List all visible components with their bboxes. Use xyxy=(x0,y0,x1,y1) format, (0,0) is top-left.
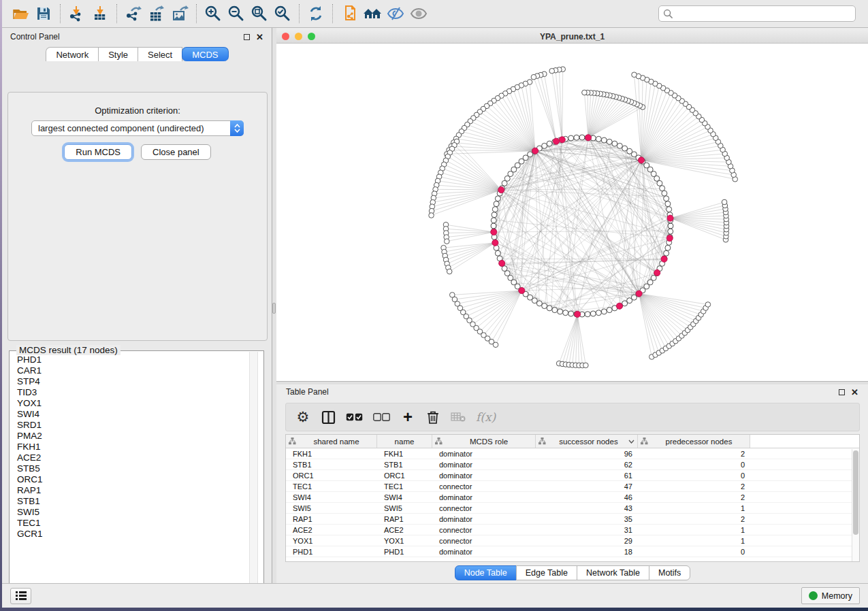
table-cell: YOX1 xyxy=(377,535,432,546)
column-header-name[interactable]: name xyxy=(377,435,432,448)
close-panel-icon[interactable]: ✕ xyxy=(256,34,263,40)
tab-select[interactable]: Select xyxy=(138,47,182,61)
selected-option-text: largest connected component (undirected) xyxy=(32,123,230,133)
zoom-selected-icon[interactable] xyxy=(271,2,294,25)
table-row[interactable]: PHD1PHD1dominator180 xyxy=(286,546,859,557)
mcds-result-box: MCDS result (17 nodes) PHD1CAR1STP4TID3Y… xyxy=(9,350,264,598)
status-bar: Memory xyxy=(2,583,868,608)
add-column-icon[interactable]: + xyxy=(400,408,415,426)
column-header-predecessor-nodes[interactable]: predecessor nodes xyxy=(638,435,750,448)
control-panel-title: Control Panel xyxy=(10,32,60,42)
table-cell: SWI5 xyxy=(286,503,377,513)
zoom-in-icon[interactable] xyxy=(202,2,225,25)
optimization-criterion-select[interactable]: largest connected component (undirected) xyxy=(31,120,244,136)
float-panel-icon[interactable] xyxy=(244,34,250,40)
table-row[interactable]: YOX1YOX1connector291 xyxy=(286,535,859,546)
mcds-node-item[interactable]: STP4 xyxy=(17,376,263,387)
mcds-node-item[interactable]: SRD1 xyxy=(17,420,263,431)
table-cell: connector xyxy=(432,525,536,535)
mcds-list-scrollbar[interactable] xyxy=(249,352,258,597)
mcds-node-item[interactable]: ACE2 xyxy=(17,452,263,463)
task-history-button[interactable] xyxy=(10,588,31,604)
import-network-icon[interactable] xyxy=(65,2,89,25)
application-window: Control Panel ✕ Network Style Select MCD… xyxy=(2,0,868,608)
mcds-node-item[interactable]: FKH1 xyxy=(17,442,263,452)
table-cell: 2 xyxy=(638,481,750,491)
tab-node-table[interactable]: Node Table xyxy=(455,565,517,580)
column-header-mcds-role[interactable]: MCDS role xyxy=(432,435,536,448)
mcds-node-item[interactable]: YOX1 xyxy=(17,398,263,409)
zoom-fit-icon[interactable] xyxy=(248,2,271,25)
right-column: YPA_prune.txt_1 Table Panel ✕ ⚙ xyxy=(276,28,868,583)
deselect-all-icon[interactable] xyxy=(373,408,390,426)
splitter-handle[interactable] xyxy=(272,303,276,314)
table-cell: 18 xyxy=(536,546,638,557)
search-input[interactable] xyxy=(677,9,851,18)
table-cell: ORC1 xyxy=(286,470,377,480)
save-session-icon[interactable] xyxy=(32,2,55,25)
mcds-node-item[interactable]: CAR1 xyxy=(17,365,263,376)
column-header-shared-name[interactable]: shared name xyxy=(286,435,377,448)
table-cell: 61 xyxy=(536,470,638,480)
tab-edge-table[interactable]: Edge Table xyxy=(516,565,577,580)
export-network-icon[interactable] xyxy=(122,2,145,25)
delete-column-icon[interactable] xyxy=(425,408,440,426)
mcds-node-item[interactable]: TID3 xyxy=(17,387,263,398)
show-eye-icon[interactable] xyxy=(407,2,430,25)
close-panel-button[interactable]: Close panel xyxy=(141,144,211,160)
memory-button[interactable]: Memory xyxy=(801,587,860,604)
home-icon[interactable] xyxy=(361,2,384,25)
mcds-node-item[interactable]: SWI4 xyxy=(17,409,263,420)
mcds-node-item[interactable]: STB1 xyxy=(17,496,263,507)
mcds-node-item[interactable]: SWI5 xyxy=(17,507,263,518)
network-canvas[interactable] xyxy=(276,44,868,381)
table-row[interactable]: SWI4SWI4dominator462 xyxy=(286,492,859,503)
share-network-document-icon[interactable] xyxy=(338,2,361,25)
run-mcds-button[interactable]: Run MCDS xyxy=(64,144,132,160)
export-image-icon[interactable] xyxy=(168,2,191,25)
open-session-icon[interactable] xyxy=(9,2,32,25)
table-scrollbar[interactable] xyxy=(852,449,859,561)
network-graph[interactable] xyxy=(276,44,868,381)
network-window-titlebar[interactable]: YPA_prune.txt_1 xyxy=(276,30,868,44)
table-cell: 1 xyxy=(638,535,750,546)
mcds-node-item[interactable]: PMA2 xyxy=(17,431,263,442)
network-window: YPA_prune.txt_1 xyxy=(276,30,868,382)
mcds-node-item[interactable]: RAP1 xyxy=(17,485,263,496)
float-table-panel-icon[interactable] xyxy=(839,389,845,395)
column-header-successor-nodes[interactable]: successor nodes xyxy=(536,435,638,448)
select-all-icon[interactable] xyxy=(346,408,363,426)
split-columns-icon[interactable] xyxy=(321,408,336,426)
close-table-panel-icon[interactable]: ✕ xyxy=(851,389,858,395)
tab-motifs[interactable]: Motifs xyxy=(649,565,690,580)
table-scrollbar-thumb[interactable] xyxy=(853,450,858,535)
search-field[interactable] xyxy=(658,5,856,22)
mcds-node-item[interactable]: GCR1 xyxy=(17,529,263,540)
mcds-node-item[interactable]: TEC1 xyxy=(17,518,263,529)
table-row[interactable]: FKH1FKH1dominator962 xyxy=(286,448,859,459)
main-area: Control Panel ✕ Network Style Select MCD… xyxy=(2,28,868,583)
table-row[interactable]: TEC1TEC1connector472 xyxy=(286,481,859,492)
tab-mcds[interactable]: MCDS xyxy=(182,47,228,61)
table-row[interactable]: SWI5SWI5connector431 xyxy=(286,503,859,514)
import-table-icon[interactable] xyxy=(89,2,112,25)
table-cell: 47 xyxy=(536,481,638,491)
table-row[interactable]: RAP1RAP1dominator352 xyxy=(286,514,859,525)
settings-gear-icon[interactable]: ⚙ xyxy=(295,408,310,426)
header-filler xyxy=(750,435,859,448)
task-list-icon xyxy=(16,591,27,600)
zoom-out-icon[interactable] xyxy=(225,2,248,25)
export-table-icon[interactable] xyxy=(145,2,168,25)
table-row[interactable]: ORC1ORC1dominator610 xyxy=(286,470,859,481)
refresh-icon[interactable] xyxy=(304,2,327,25)
table-row[interactable]: STB1STB1dominator620 xyxy=(286,459,859,470)
mcds-node-item[interactable]: ORC1 xyxy=(17,474,263,485)
sort-chevron-icon xyxy=(628,440,634,444)
mcds-node-item[interactable]: PHD1 xyxy=(17,354,263,365)
mcds-node-item[interactable]: STB5 xyxy=(17,463,263,474)
hide-glasses-icon[interactable] xyxy=(384,2,407,25)
tab-network-table[interactable]: Network Table xyxy=(577,565,649,580)
tab-style[interactable]: Style xyxy=(98,47,138,61)
table-row[interactable]: ACE2ACE2connector311 xyxy=(286,525,859,535)
tab-network[interactable]: Network xyxy=(46,47,99,61)
